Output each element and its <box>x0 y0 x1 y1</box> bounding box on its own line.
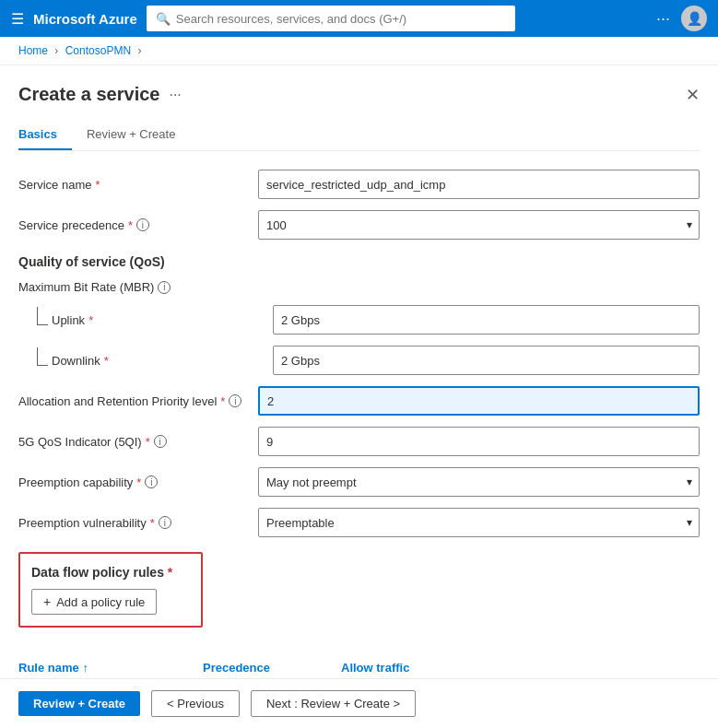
preemption-vuln-label: Preemption vulnerability * i <box>18 516 258 530</box>
preemption-cap-info-icon[interactable]: i <box>145 476 158 488</box>
fiveqi-label: 5G QoS Indicator (5QI) * i <box>18 435 258 449</box>
allocation-row: Allocation and Retention Priority level … <box>18 386 700 416</box>
policy-section-container: Data flow policy rules * + Add a policy … <box>18 552 700 642</box>
tab-review-create[interactable]: Review + Create <box>87 120 190 150</box>
fiveqi-info-icon[interactable]: i <box>154 435 167 448</box>
service-precedence-info-icon[interactable]: i <box>136 218 149 231</box>
plus-icon: + <box>43 594 51 609</box>
service-name-input[interactable] <box>258 170 700 199</box>
sort-icon: ↑ <box>82 661 88 675</box>
preemption-cap-row: Preemption capability * i May not preemp… <box>18 467 700 497</box>
service-name-label: Service name * <box>18 178 258 192</box>
service-precedence-label: Service precedence * i <box>18 218 258 232</box>
add-policy-rule-button[interactable]: + Add a policy rule <box>31 589 157 615</box>
nav-right-actions: ··· 👤 <box>656 6 707 31</box>
page-title: Create a service <box>18 84 159 105</box>
review-create-button[interactable]: Review + Create <box>18 691 140 716</box>
app-title: Microsoft Azure <box>33 11 137 27</box>
fiveqi-row: 5G QoS Indicator (5QI) * i <box>18 427 700 456</box>
mbr-label: Maximum Bit Rate (MBR) i <box>18 280 258 294</box>
search-input[interactable] <box>176 12 506 26</box>
preemption-vuln-info-icon[interactable]: i <box>159 516 171 529</box>
service-precedence-select-wrapper: 100 200 300 ▾ <box>258 210 700 240</box>
close-button[interactable]: ✕ <box>686 85 700 105</box>
breadcrumb-chevron-1: › <box>54 44 61 57</box>
hamburger-menu-icon[interactable]: ☰ <box>11 10 24 28</box>
page-header: Create a service ··· ✕ <box>18 84 700 105</box>
breadcrumb-chevron-2: › <box>137 44 141 57</box>
mbr-row: Maximum Bit Rate (MBR) i <box>18 280 700 294</box>
next-button[interactable]: Next : Review + Create > <box>251 690 416 717</box>
top-navigation: ☰ Microsoft Azure 🔍 ··· 👤 <box>0 0 718 37</box>
service-precedence-row: Service precedence * i 100 200 300 ▾ <box>18 210 700 240</box>
tab-basics[interactable]: Basics <box>18 120 72 150</box>
more-options-icon[interactable]: ··· <box>656 9 670 29</box>
tree-line-downlink <box>37 347 48 366</box>
fiveqi-input[interactable] <box>258 427 700 456</box>
uplink-input[interactable] <box>273 305 700 335</box>
preemption-cap-label: Preemption capability * i <box>18 476 258 489</box>
preemption-vuln-row: Preemption vulnerability * i Preemptable… <box>18 508 700 537</box>
breadcrumb: Home › ContosoPMN › <box>0 37 718 65</box>
downlink-label: Downlink * <box>52 354 273 368</box>
breadcrumb-contoso[interactable]: ContosoPMN <box>65 44 131 57</box>
bottom-action-bar: Review + Create < Previous Next : Review… <box>0 678 718 728</box>
policy-section-title: Data flow policy rules * <box>31 565 190 580</box>
downlink-row: Downlink * <box>18 346 700 375</box>
qos-section-title: Quality of service (QoS) <box>18 254 700 269</box>
col-rule-name[interactable]: Rule name ↑ <box>18 661 203 675</box>
required-marker: * <box>95 178 100 192</box>
allocation-input[interactable] <box>258 386 700 416</box>
previous-button[interactable]: < Previous <box>151 690 240 717</box>
service-name-row: Service name * <box>18 170 700 199</box>
page-more-options-icon[interactable]: ··· <box>169 87 181 103</box>
main-content: Create a service ··· ✕ Basics Review + C… <box>0 65 718 728</box>
preemption-vuln-select-wrapper: Preemptable Not preemptable ▾ <box>258 508 700 537</box>
mbr-info-icon[interactable]: i <box>158 281 171 294</box>
allocation-label: Allocation and Retention Priority level … <box>18 394 258 408</box>
uplink-row: Uplink * <box>18 305 700 335</box>
add-policy-label: Add a policy rule <box>56 595 145 609</box>
col-precedence[interactable]: Precedence <box>203 661 341 675</box>
breadcrumb-home[interactable]: Home <box>18 44 48 57</box>
preemption-cap-select[interactable]: May not preempt May preempt <box>258 467 700 497</box>
tab-bar: Basics Review + Create <box>18 120 700 151</box>
policy-section: Data flow policy rules * + Add a policy … <box>18 552 203 628</box>
preemption-vuln-select[interactable]: Preemptable Not preemptable <box>258 508 700 537</box>
uplink-label: Uplink * <box>52 313 273 327</box>
search-box[interactable]: 🔍 <box>147 6 515 31</box>
service-precedence-select[interactable]: 100 200 300 <box>258 210 700 240</box>
search-icon: 🔍 <box>156 12 171 26</box>
avatar-icon: 👤 <box>687 11 702 26</box>
col-allow-traffic[interactable]: Allow traffic <box>341 661 700 675</box>
tree-line-uplink <box>37 307 48 325</box>
downlink-input[interactable] <box>273 346 700 375</box>
avatar[interactable]: 👤 <box>681 6 707 31</box>
preemption-cap-select-wrapper: May not preempt May preempt ▾ <box>258 467 700 497</box>
allocation-info-icon[interactable]: i <box>229 394 241 407</box>
